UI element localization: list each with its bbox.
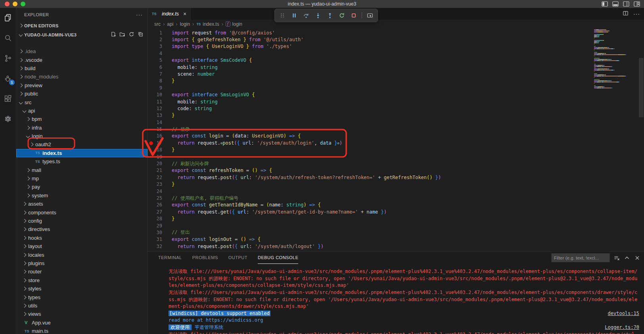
extensions-icon[interactable] xyxy=(0,92,16,105)
restart-icon[interactable] xyxy=(337,10,347,21)
tree-item-views[interactable]: views xyxy=(16,310,148,318)
tree-item-node_modules[interactable]: node_modules xyxy=(16,73,148,81)
step-into-icon[interactable] xyxy=(313,10,323,21)
tree-item-plugins[interactable]: plugins xyxy=(16,259,148,267)
line-number[interactable]: 24 xyxy=(148,189,162,194)
tree-item-.idea[interactable]: .idea xyxy=(16,47,148,55)
new-file-icon[interactable] xyxy=(110,31,116,38)
line-number[interactable]: 16 xyxy=(148,133,162,139)
editor-more-actions-icon[interactable]: ··· xyxy=(633,11,640,17)
tree-item-mall[interactable]: mall xyxy=(16,166,148,174)
explorer-icon[interactable] xyxy=(0,11,16,25)
project-section[interactable]: YUDAO-UI-ADMIN-VUE3 xyxy=(16,30,148,39)
step-over-icon[interactable] xyxy=(301,10,311,21)
toggle-secondary-sidebar-icon[interactable] xyxy=(623,1,629,7)
tree-item-.vscode[interactable]: .vscode xyxy=(16,55,148,64)
line-number[interactable]: 14 xyxy=(148,120,162,125)
tree-item-assets[interactable]: assets xyxy=(16,200,148,208)
run-debug-icon[interactable]: 1 xyxy=(0,72,16,85)
line-number[interactable]: 10 xyxy=(148,92,162,97)
line-number[interactable]: 18 xyxy=(148,147,162,153)
tree-item-public[interactable]: public xyxy=(16,90,148,98)
tree-item-config[interactable]: config xyxy=(16,217,148,225)
line-number[interactable]: 4 xyxy=(148,51,162,56)
tree-item-main.ts[interactable]: TSmain.ts xyxy=(16,327,148,334)
line-number[interactable]: 32 xyxy=(148,244,162,249)
breadcrumb-item[interactable]: login xyxy=(180,21,190,27)
console-source-link[interactable]: devtools:15 xyxy=(608,310,639,317)
chatgpt-extension-icon[interactable] xyxy=(0,112,16,126)
collapse-folders-icon[interactable] xyxy=(138,31,144,38)
tree-item-login[interactable]: login xyxy=(16,132,148,140)
panel-tab-output[interactable]: OUTPUT xyxy=(228,252,247,264)
customize-layout-icon[interactable] xyxy=(633,1,640,7)
toggle-panel-icon[interactable] xyxy=(612,1,619,7)
line-number[interactable]: 22 xyxy=(148,175,162,180)
split-editor-icon[interactable] xyxy=(623,10,629,18)
line-number[interactable]: 26 xyxy=(148,202,162,208)
tree-item-store[interactable]: store xyxy=(16,276,148,284)
line-number[interactable]: 1 xyxy=(148,30,162,36)
tree-item-oauth2[interactable]: oauth2 xyxy=(16,140,148,149)
maximize-panel-icon[interactable] xyxy=(623,254,631,261)
clear-console-icon[interactable] xyxy=(613,254,620,261)
tree-item-index.ts[interactable]: TSindex.ts xyxy=(16,149,148,157)
screencast-icon[interactable] xyxy=(365,10,375,21)
line-number[interactable]: 7 xyxy=(148,71,162,77)
tree-item-types.ts[interactable]: TStypes.ts xyxy=(16,157,148,166)
stop-icon[interactable] xyxy=(349,10,359,21)
pause-icon[interactable] xyxy=(289,10,299,21)
tree-item-components[interactable]: components xyxy=(16,208,148,216)
code-editor[interactable]: 1import request from '@/config/axios'2im… xyxy=(148,29,644,251)
tree-item-layout[interactable]: layout xyxy=(16,242,148,250)
line-number[interactable]: 6 xyxy=(148,65,162,70)
tree-item-router[interactable]: router xyxy=(16,267,148,276)
tree-item-system[interactable]: system xyxy=(16,191,148,200)
close-panel-icon[interactable] xyxy=(634,254,641,261)
tree-item-App.vue[interactable]: VApp.vue xyxy=(16,319,148,327)
line-number[interactable]: 5 xyxy=(148,57,162,63)
tree-item-locales[interactable]: locales xyxy=(16,250,148,259)
refresh-icon[interactable] xyxy=(128,31,134,38)
explorer-more-actions-icon[interactable]: ··· xyxy=(136,11,143,18)
tab-index-ts[interactable]: TS index.ts × xyxy=(148,8,191,20)
line-number[interactable]: 12 xyxy=(148,106,162,111)
toolbar-drag-grip-icon[interactable] xyxy=(277,10,288,21)
tree-item-api[interactable]: api xyxy=(16,107,148,115)
panel-tab-debug-console[interactable]: DEBUG CONSOLE xyxy=(258,252,298,264)
line-number[interactable]: 9 xyxy=(148,85,162,91)
source-control-icon[interactable] xyxy=(0,52,16,65)
open-editors-section[interactable]: OPEN EDITORS xyxy=(16,21,148,30)
tree-item-types[interactable]: types xyxy=(16,293,148,301)
line-number[interactable]: 19 xyxy=(148,154,162,160)
line-number[interactable]: 15 xyxy=(148,126,162,132)
tree-item-build[interactable]: build xyxy=(16,64,148,73)
new-folder-icon[interactable] xyxy=(119,31,125,38)
line-number[interactable]: 20 xyxy=(148,161,162,166)
line-number[interactable]: 28 xyxy=(148,216,162,221)
tree-item-pay[interactable]: pay xyxy=(16,183,148,191)
line-number[interactable]: 31 xyxy=(148,237,162,242)
console-source-link[interactable]: Logger.ts:70 xyxy=(605,324,639,331)
tree-item-directives[interactable]: directives xyxy=(16,225,148,233)
line-number[interactable]: 29 xyxy=(148,223,162,229)
tree-item-utils[interactable]: utils xyxy=(16,302,148,310)
line-number[interactable]: 13 xyxy=(148,113,162,118)
tree-item-bpm[interactable]: bpm xyxy=(16,115,148,123)
toggle-primary-sidebar-icon[interactable] xyxy=(601,1,608,7)
line-number[interactable]: 30 xyxy=(148,230,162,235)
panel-tab-problems[interactable]: PROBLEMS xyxy=(192,252,218,264)
line-number[interactable]: 23 xyxy=(148,181,162,187)
search-icon[interactable] xyxy=(0,31,16,45)
breadcrumb-item[interactable]: api xyxy=(167,21,173,27)
tree-item-infra[interactable]: infra xyxy=(16,124,148,132)
minimap[interactable] xyxy=(594,29,638,89)
console-filter-input[interactable] xyxy=(551,253,610,262)
line-number[interactable]: 25 xyxy=(148,195,162,201)
tab-close-icon[interactable]: × xyxy=(183,11,186,17)
editor-scrollbar[interactable] xyxy=(639,58,644,117)
tree-item-hooks[interactable]: hooks xyxy=(16,234,148,242)
breadcrumb-item[interactable]: index.ts xyxy=(203,21,219,27)
line-number[interactable]: 21 xyxy=(148,168,162,173)
line-number[interactable]: 27 xyxy=(148,209,162,215)
